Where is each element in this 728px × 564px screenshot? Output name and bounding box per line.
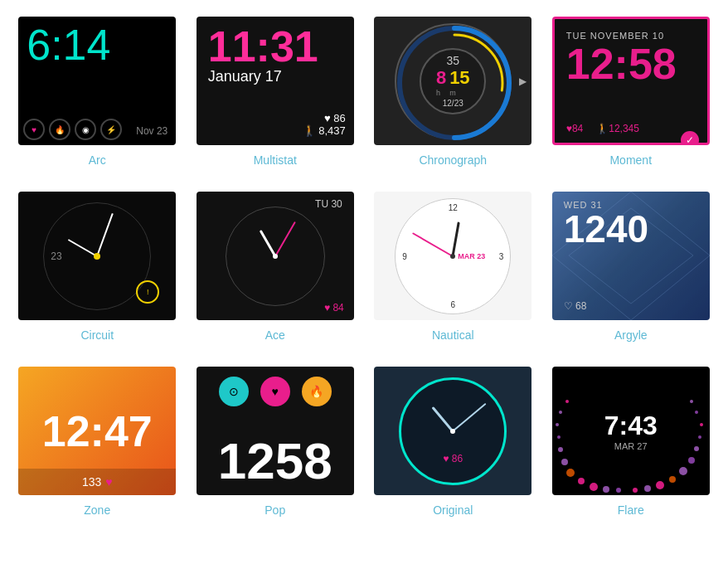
- multistat-label: Multistat: [254, 153, 297, 167]
- chrono-inner-display: 35 8 h 15 m 12/23: [420, 48, 486, 114]
- nautical-label: Nautical: [432, 328, 474, 342]
- chronograph-label: Chronograph: [419, 153, 487, 167]
- watch-item-multistat[interactable]: 11:31 January 17 ♥ 86 🚶 8,437 Multistat: [195, 17, 357, 167]
- chrono-date: 12/23: [443, 99, 463, 108]
- watch-face-circuit[interactable]: 23 !: [18, 192, 176, 320]
- moment-heart: ♥84: [566, 123, 583, 134]
- svg-point-10: [603, 486, 609, 493]
- watch-item-argyle[interactable]: WED 31 1240 ♡ 68 Argyle: [551, 192, 712, 342]
- ace-stat: ♥ 84: [324, 302, 344, 314]
- svg-point-24: [695, 411, 698, 414]
- ace-label: Ace: [265, 328, 285, 342]
- moment-steps: 🚶12,345: [596, 123, 639, 134]
- watch-face-nautical[interactable]: 12 3 6 9 MAR 23: [374, 192, 531, 320]
- pop-icon-heart: ♥: [260, 377, 290, 406]
- watch-item-chronograph[interactable]: 35 8 h 15 m 12/23 ▶ Chronogra: [372, 17, 534, 167]
- circuit-label: Circuit: [80, 328, 114, 342]
- arc-icons: ♥ 🔥 ◉ ⚡: [23, 119, 122, 140]
- orig-hour-hand: [432, 406, 454, 431]
- ace-minute-hand: [274, 221, 296, 256]
- moment-time: 12:58: [566, 41, 696, 88]
- pop-icons: ⊙ ♥ 🔥: [219, 377, 332, 406]
- naut-minute-hand: [412, 232, 453, 257]
- svg-point-20: [557, 435, 561, 439]
- arc-date: Nov 23: [136, 125, 167, 137]
- watch-item-nautical[interactable]: 12 3 6 9 MAR 23 Nautical: [372, 192, 534, 342]
- watch-face-chronograph[interactable]: 35 8 h 15 m 12/23 ▶: [374, 17, 531, 145]
- circuit-minute-hand: [96, 212, 114, 255]
- naut-hour-hand: [452, 221, 460, 256]
- chrono-hm-row: 8 h 15 m: [436, 67, 470, 97]
- watch-item-original[interactable]: ♥ 86 Original: [372, 367, 534, 517]
- watch-item-moment[interactable]: TUE NOVEMBER 10 12:58 ♥84 🚶12,345 ✓ Mome…: [551, 17, 712, 167]
- watch-face-ace[interactable]: TU 30 ♥ 84: [197, 192, 354, 320]
- svg-point-21: [700, 423, 703, 426]
- svg-point-26: [690, 400, 693, 403]
- nautical-clock: 12 3 6 9 MAR 23: [395, 198, 511, 314]
- pop-time: 1258: [218, 435, 332, 487]
- arc-icon-location: ◉: [75, 119, 96, 140]
- zone-bar: 133 ♥: [18, 469, 176, 495]
- watch-item-circuit[interactable]: 23 ! Circuit: [17, 192, 178, 342]
- circuit-clock: 23: [43, 202, 151, 310]
- zone-time: 12:47: [42, 410, 153, 453]
- multistat-heart: ♥ 86: [303, 112, 346, 124]
- svg-point-17: [688, 457, 695, 464]
- svg-point-22: [556, 423, 559, 426]
- circuit-badge: !: [136, 280, 159, 304]
- chrono-hours: 8: [436, 67, 446, 89]
- watch-item-zone[interactable]: 12:47 133 ♥ Zone: [17, 367, 178, 517]
- flare-date: MAR 27: [604, 441, 658, 451]
- ace-date: TU 30: [315, 198, 342, 210]
- watch-item-pop[interactable]: ⊙ ♥ 🔥 1258 Pop: [195, 367, 357, 517]
- chrono-play-icon: ▶: [519, 75, 527, 87]
- circuit-number: 23: [51, 250, 61, 262]
- flare-content: 7:43 MAR 27: [604, 411, 658, 451]
- svg-point-12: [633, 488, 638, 493]
- svg-point-25: [565, 400, 569, 403]
- svg-point-18: [694, 446, 699, 451]
- moment-label: Moment: [609, 153, 652, 167]
- svg-point-15: [669, 476, 676, 483]
- chrono-m-label: m: [449, 89, 469, 97]
- chrono-minutes: 15: [449, 67, 469, 89]
- naut-6: 6: [450, 300, 455, 309]
- watch-face-moment[interactable]: TUE NOVEMBER 10 12:58 ♥84 🚶12,345 ✓: [552, 17, 710, 145]
- multistat-steps: 🚶 8,437: [303, 124, 346, 137]
- chrono-outer-ring: 35 8 h 15 m 12/23: [395, 23, 511, 139]
- svg-point-7: [566, 469, 575, 477]
- orig-clock: ♥ 86: [399, 377, 507, 485]
- circuit-center-dot: [94, 253, 100, 260]
- naut-center-dot: [450, 254, 455, 259]
- pop-label: Pop: [265, 503, 285, 517]
- svg-point-11: [616, 488, 621, 493]
- multistat-time: 11:31: [208, 25, 342, 68]
- zone-steps: 133: [82, 475, 101, 489]
- naut-9: 9: [402, 251, 407, 260]
- ace-clock: [226, 207, 325, 306]
- watch-item-arc[interactable]: 6:14 ♥ 🔥 ◉ ⚡ Nov 23 Arc: [17, 17, 178, 167]
- watch-face-multistat[interactable]: 11:31 January 17 ♥ 86 🚶 8,437: [197, 17, 354, 145]
- watch-face-argyle[interactable]: WED 31 1240 ♡ 68: [552, 192, 710, 320]
- flare-label: Flare: [618, 503, 644, 517]
- svg-point-19: [698, 435, 701, 439]
- watch-face-flare[interactable]: 7:43 MAR 27: [552, 367, 710, 495]
- watch-item-ace[interactable]: TU 30 ♥ 84 Ace: [195, 192, 357, 342]
- ace-center-dot: [273, 254, 278, 259]
- zone-label: Zone: [84, 503, 110, 517]
- flare-time: 7:43: [604, 411, 658, 441]
- svg-point-5: [558, 447, 563, 452]
- watch-face-pop[interactable]: ⊙ ♥ 🔥 1258: [197, 367, 354, 495]
- naut-12: 12: [449, 203, 458, 212]
- watch-face-arc[interactable]: 6:14 ♥ 🔥 ◉ ⚡ Nov 23: [18, 17, 176, 145]
- orig-heart: ♥ 86: [443, 453, 463, 464]
- chrono-h-label: h: [436, 89, 446, 97]
- watch-item-flare[interactable]: 7:43 MAR 27 Flare: [551, 367, 712, 517]
- watch-face-original[interactable]: ♥ 86: [374, 367, 531, 495]
- arc-icon-heart: ♥: [23, 119, 45, 140]
- arc-time: 6:14: [27, 23, 167, 66]
- zone-heart-icon: ♥: [105, 475, 112, 489]
- selected-checkmark: ✓: [681, 131, 699, 145]
- arc-label: Arc: [89, 153, 106, 167]
- watch-face-zone[interactable]: 12:47 133 ♥: [18, 367, 176, 495]
